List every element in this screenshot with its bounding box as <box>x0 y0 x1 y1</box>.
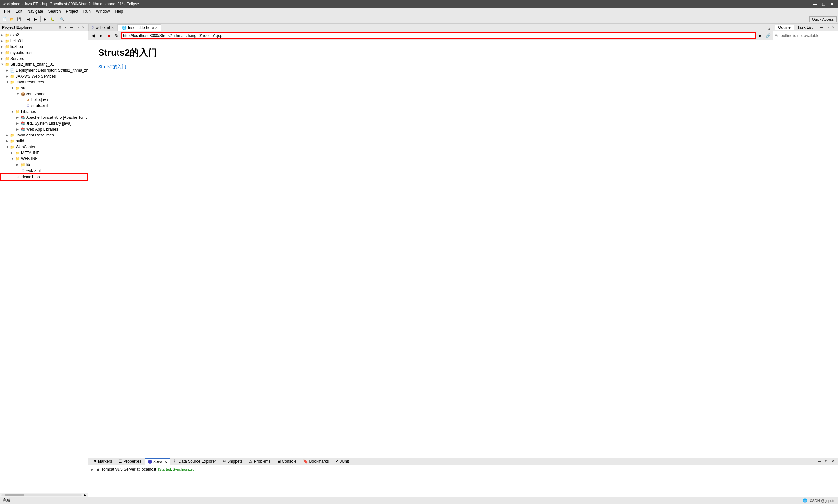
tree-item-hello01[interactable]: ▶📁hello01 <box>0 38 88 44</box>
scrollbar-thumb[interactable] <box>4 494 24 497</box>
tree-arrow-WEB-INF[interactable]: ▼ <box>11 157 15 160</box>
maximize-panel-button[interactable]: □ <box>75 25 80 30</box>
horizontal-scrollbar[interactable]: ▶ <box>0 493 88 497</box>
tree-item-liuzhou[interactable]: ▶📁liuzhou <box>0 44 88 50</box>
tab-task-list[interactable]: Task List <box>794 24 816 31</box>
outline-close-btn[interactable]: ✕ <box>831 25 836 30</box>
maximize-button[interactable]: □ <box>820 1 827 6</box>
forward-button[interactable]: ▶ <box>97 32 104 39</box>
tree-item-Servers[interactable]: ▶📁Servers <box>0 56 88 61</box>
refresh-button[interactable]: ↻ <box>113 32 120 39</box>
tree-arrow-liuzhou[interactable]: ▶ <box>1 45 4 49</box>
tree-item-build[interactable]: ▶📁build <box>0 138 88 144</box>
bottom-tab-markers[interactable]: ⚑ Markers <box>90 458 115 464</box>
scroll-right-btn[interactable]: ▶ <box>83 493 88 497</box>
window-controls[interactable]: — □ ✕ <box>812 1 835 6</box>
tree-arrow-mybatis_test[interactable]: ▶ <box>1 51 4 54</box>
toolbar-search[interactable]: 🔍 <box>58 16 65 22</box>
tree-item-web.xml[interactable]: Xweb.xml <box>0 167 88 174</box>
page-link[interactable]: Struts2的入门 <box>98 64 126 69</box>
close-button[interactable]: ✕ <box>829 1 835 6</box>
tree-arrow-Struts2_ithma_zhang_01[interactable]: ▼ <box>1 63 4 66</box>
tree-item-JAX-WS[interactable]: ▶📁JAX-WS Web Services <box>0 73 88 79</box>
tab-insert-title[interactable]: 🌐 Insert title here ✕ <box>118 24 161 32</box>
toolbar-open[interactable]: 📂 <box>8 16 15 22</box>
tree-item-Libraries[interactable]: ▼📁Libraries <box>0 109 88 114</box>
tree-item-struts.xml[interactable]: Xstruts.xml <box>0 103 88 109</box>
quick-access-button[interactable]: Quick Access <box>809 16 837 22</box>
menu-file[interactable]: File <box>1 8 13 14</box>
menu-edit[interactable]: Edit <box>13 8 25 14</box>
tree-item-mybatis_test[interactable]: ▶📁mybatis_test <box>0 50 88 56</box>
tree-item-src[interactable]: ▼📁src <box>0 85 88 91</box>
tab-insert-title-close[interactable]: ✕ <box>155 26 158 30</box>
menu-help[interactable]: Help <box>113 8 126 14</box>
tab-web-xml-close[interactable]: ✕ <box>111 26 114 30</box>
bottom-close-btn[interactable]: ✕ <box>830 459 835 464</box>
tree-arrow-exp2[interactable]: ▶ <box>1 33 4 37</box>
bottom-tab-console[interactable]: ▣ Console <box>274 458 300 464</box>
tree-arrow-DeploymentDescriptor[interactable]: ▶ <box>6 69 10 72</box>
tree-item-Struts2_ithma_zhang_01[interactable]: ▼📁Struts2_ithma_zhang_01 <box>0 61 88 68</box>
collapse-all-button[interactable]: ⊟ <box>57 25 63 30</box>
tree-item-lib[interactable]: ▶📁lib <box>0 162 88 167</box>
bottom-minimize-btn[interactable]: — <box>817 459 822 464</box>
panel-menu-button[interactable]: ▾ <box>63 25 68 30</box>
minimize-panel-button[interactable]: — <box>69 25 74 30</box>
tree-item-WebContent[interactable]: ▼📁WebContent <box>0 144 88 150</box>
tree-arrow-hello01[interactable]: ▶ <box>1 39 4 42</box>
tree-item-JavaScriptResources[interactable]: ▶📁JavaScript Resources <box>0 132 88 138</box>
outline-minimize-btn[interactable]: — <box>819 25 824 30</box>
toolbar-save[interactable]: 💾 <box>16 16 22 22</box>
menu-window[interactable]: Window <box>93 8 113 14</box>
bottom-maximize-btn[interactable]: □ <box>824 459 829 464</box>
tree-arrow-lib[interactable]: ▶ <box>16 163 20 166</box>
tab-web-xml[interactable]: X web.xml ✕ <box>88 24 118 31</box>
toolbar-debug[interactable]: 🐛 <box>49 16 56 22</box>
tree-arrow-com.zhang[interactable]: ▼ <box>16 92 20 95</box>
menu-run[interactable]: Run <box>81 8 93 14</box>
tree-arrow-JavaResources[interactable]: ▼ <box>6 80 10 84</box>
tree-arrow-Libraries[interactable]: ▼ <box>11 110 15 113</box>
tree-arrow-JRE[interactable]: ▶ <box>16 122 20 125</box>
outline-maximize-btn[interactable]: □ <box>825 25 830 30</box>
back-button[interactable]: ◀ <box>90 32 96 39</box>
menu-search[interactable]: Search <box>46 8 63 14</box>
tree-arrow-META-INF[interactable]: ▶ <box>11 151 15 155</box>
tree-item-META-INF[interactable]: ▶📁META-INF <box>0 150 88 156</box>
tree-arrow-WebAppLib[interactable]: ▶ <box>16 128 20 131</box>
tree-item-ApacheTomcat[interactable]: ▶📚Apache Tomcat v8.5 [Apache Tomcat v8.5… <box>0 114 88 121</box>
minimize-button[interactable]: — <box>812 1 818 6</box>
tree-arrow-WebContent[interactable]: ▼ <box>6 145 10 148</box>
tree-item-com.zhang[interactable]: ▼📦com.zhang <box>0 91 88 97</box>
tree-item-demo1.jsp[interactable]: Jdemo1.jsp <box>0 174 88 181</box>
tree-arrow-Servers[interactable]: ▶ <box>1 57 4 60</box>
menu-project[interactable]: Project <box>63 8 81 14</box>
tree-item-JavaResources[interactable]: ▼📁Java Resources <box>0 79 88 85</box>
bottom-tab-snippets[interactable]: ✂ Snippets <box>219 458 246 464</box>
bottom-tab-servers[interactable]: Servers <box>145 458 170 465</box>
tree-item-WebAppLib[interactable]: ▶📚Web App Libraries <box>0 126 88 132</box>
tree-item-hello.java[interactable]: Jhello.java <box>0 97 88 103</box>
tree-arrow-src[interactable]: ▼ <box>11 86 15 90</box>
toolbar-back[interactable]: ◀ <box>25 16 32 22</box>
tree-arrow-ApacheTomcat[interactable]: ▶ <box>16 116 20 119</box>
server-expand-btn[interactable]: ▶ <box>91 468 94 471</box>
tab-outline[interactable]: Outline <box>775 24 794 31</box>
bottom-tab-properties[interactable]: ☰ Properties <box>115 458 145 464</box>
go-button[interactable]: ▶ <box>757 32 763 39</box>
url-input[interactable] <box>121 32 755 39</box>
bottom-tab-junit[interactable]: ✔ JUnit <box>332 458 352 464</box>
tree-item-exp2[interactable]: ▶📁exp2 <box>0 32 88 38</box>
menu-navigate[interactable]: Navigate <box>25 8 46 14</box>
tree-item-DeploymentDescriptor[interactable]: ▶📄Deployment Descriptor: Struts2_ithma_z… <box>0 68 88 73</box>
bottom-tab-problems[interactable]: ⚠ Problems <box>246 458 274 464</box>
tabs-maximize-btn[interactable]: □ <box>766 26 771 31</box>
bottom-tab-datasource[interactable]: 🗄 Data Source Explorer <box>170 458 219 464</box>
tabs-minimize-btn[interactable]: — <box>760 26 765 31</box>
close-panel-button[interactable]: ✕ <box>81 25 86 30</box>
browser-external-btn[interactable]: 🔗 <box>765 32 771 39</box>
bottom-tab-bookmarks[interactable]: 🔖 Bookmarks <box>300 458 332 464</box>
tree-item-WEB-INF[interactable]: ▼📁WEB-INF <box>0 156 88 162</box>
tree-arrow-JavaScriptResources[interactable]: ▶ <box>6 133 10 137</box>
